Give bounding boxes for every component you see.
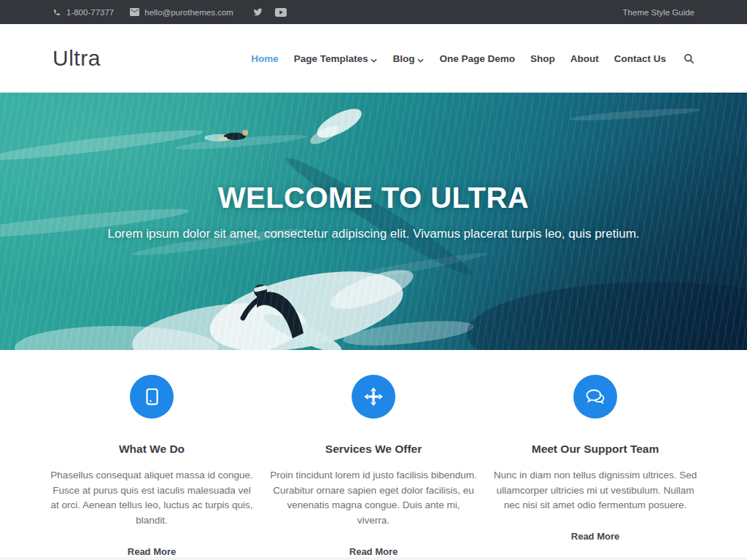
hero-subtitle: Lorem ipsum dolor sit amet, consectetur … (107, 227, 639, 241)
site-header: Ultra Home Page Templates Blog One Page … (0, 24, 747, 93)
tablet-icon[interactable] (130, 375, 174, 419)
site-logo[interactable]: Ultra (53, 46, 101, 71)
chevron-down-icon (417, 54, 424, 65)
nav-item-shop[interactable]: Shop (530, 53, 555, 64)
twitter-icon[interactable] (252, 7, 263, 17)
nav-item-one-page-demo[interactable]: One Page Demo (439, 53, 515, 64)
email-link[interactable]: hello@purothemes.com (130, 8, 233, 17)
feature-title: Meet Our Support Team (492, 443, 699, 456)
hero-title: WELCOME TO ULTRA (218, 182, 529, 214)
search-icon[interactable] (684, 53, 694, 64)
main-nav: Home Page Templates Blog One Page Demo S… (251, 52, 694, 65)
chevron-down-icon (371, 54, 377, 65)
feature-title: Services We Offer (270, 443, 477, 456)
nav-item-page-templates[interactable]: Page Templates (294, 52, 378, 65)
read-more-link[interactable]: Read More (349, 546, 398, 557)
phone-link[interactable]: 1-800-77377 (53, 8, 114, 17)
phone-icon (53, 8, 61, 17)
youtube-icon[interactable] (275, 8, 287, 17)
theme-style-guide-link[interactable]: Theme Style Guide (623, 8, 694, 17)
nav-item-home[interactable]: Home (251, 53, 279, 64)
page-bottom-divider (0, 557, 747, 560)
email-address: hello@purothemes.com (144, 8, 233, 17)
nav-item-about[interactable]: About (570, 53, 599, 64)
move-icon[interactable] (352, 375, 395, 419)
features-section: What We Do Phasellus consequat aliquet m… (0, 350, 747, 558)
feature-title: What We Do (48, 443, 255, 456)
feature-text: Proin tincidunt lorem id justo facilisis… (270, 468, 477, 529)
feature-card-what-we-do: What We Do Phasellus consequat aliquet m… (41, 375, 263, 558)
feature-text: Phasellus consequat aliquet massa id con… (48, 468, 255, 529)
feature-card-services: Services We Offer Proin tincidunt lorem … (263, 375, 484, 558)
feature-text: Nunc in diam non tellus dignissim ultric… (492, 468, 699, 513)
phone-number: 1-800-77377 (66, 8, 114, 17)
topbar: 1-800-77377 hello@purothemes.com Theme S… (0, 0, 747, 24)
read-more-link[interactable]: Read More (571, 531, 619, 542)
envelope-icon (130, 8, 139, 16)
read-more-link[interactable]: Read More (128, 546, 176, 557)
nav-item-blog[interactable]: Blog (392, 52, 424, 65)
feature-card-support-team: Meet Our Support Team Nunc in diam non t… (484, 375, 706, 558)
hero-banner: WELCOME TO ULTRA Lorem ipsum dolor sit a… (0, 93, 747, 350)
nav-item-contact-us[interactable]: Contact Us (614, 53, 666, 64)
chat-icon[interactable] (573, 375, 617, 419)
